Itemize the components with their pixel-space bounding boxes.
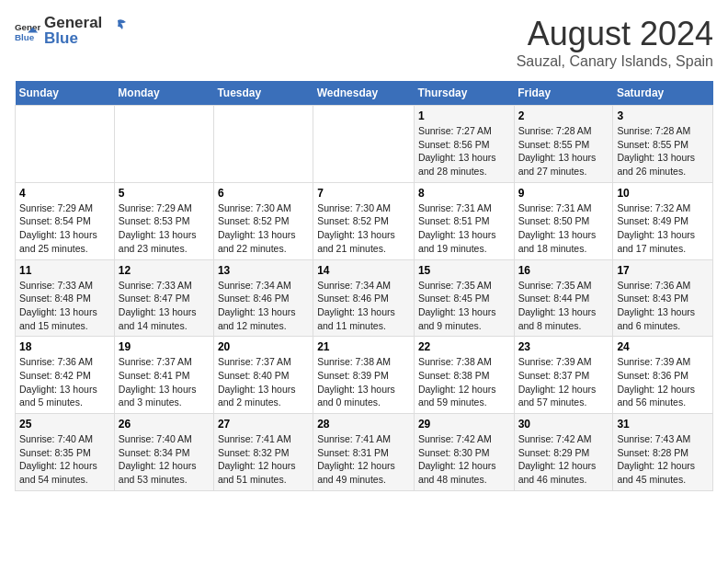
day-details: Sunrise: 7:41 AM Sunset: 8:32 PM Dayligh… [218, 432, 309, 487]
day-number: 27 [218, 418, 309, 431]
day-details: Sunrise: 7:33 AM Sunset: 8:48 PM Dayligh… [19, 279, 110, 333]
day-number: 29 [418, 418, 510, 431]
day-details: Sunrise: 7:33 AM Sunset: 8:47 PM Dayligh… [119, 279, 210, 333]
day-header-sunday: Sunday [16, 81, 115, 106]
day-number: 25 [19, 418, 110, 431]
day-number: 9 [518, 187, 609, 200]
day-details: Sunrise: 7:32 AM Sunset: 8:49 PM Dayligh… [617, 201, 709, 256]
day-details: Sunrise: 7:35 AM Sunset: 8:44 PM Dayligh… [518, 279, 609, 333]
day-details: Sunrise: 7:27 AM Sunset: 8:56 PM Dayligh… [418, 124, 510, 178]
day-details: Sunrise: 7:28 AM Sunset: 8:55 PM Dayligh… [518, 124, 609, 178]
day-number: 5 [119, 187, 210, 200]
day-details: Sunrise: 7:34 AM Sunset: 8:46 PM Dayligh… [317, 279, 410, 333]
days-of-week-row: SundayMondayTuesdayWednesdayThursdayFrid… [16, 81, 713, 106]
day-header-monday: Monday [114, 81, 213, 106]
day-details: Sunrise: 7:30 AM Sunset: 8:52 PM Dayligh… [218, 201, 309, 256]
calendar-cell: 13Sunrise: 7:34 AM Sunset: 8:46 PM Dayli… [213, 259, 313, 337]
day-number: 2 [518, 109, 609, 122]
svg-text:General: General [15, 21, 40, 31]
day-number: 12 [119, 264, 210, 277]
logo: General Blue General Blue [15, 15, 128, 47]
day-number: 3 [617, 109, 709, 122]
calendar-cell: 19Sunrise: 7:37 AM Sunset: 8:41 PM Dayli… [114, 337, 213, 414]
calendar-cell: 25Sunrise: 7:40 AM Sunset: 8:35 PM Dayli… [16, 414, 115, 491]
day-header-wednesday: Wednesday [313, 81, 415, 106]
day-number: 20 [218, 340, 309, 353]
day-header-tuesday: Tuesday [213, 81, 313, 106]
day-number: 6 [218, 187, 309, 200]
calendar-cell: 23Sunrise: 7:39 AM Sunset: 8:37 PM Dayli… [514, 337, 613, 414]
day-number: 18 [19, 340, 110, 353]
subtitle: Sauzal, Canary Islands, Spain [517, 53, 713, 70]
week-row-4: 18Sunrise: 7:36 AM Sunset: 8:42 PM Dayli… [16, 337, 713, 414]
calendar-cell: 31Sunrise: 7:43 AM Sunset: 8:28 PM Dayli… [613, 414, 713, 491]
day-number: 16 [518, 264, 609, 277]
calendar-cell: 16Sunrise: 7:35 AM Sunset: 8:44 PM Dayli… [514, 259, 613, 337]
calendar-cell: 27Sunrise: 7:41 AM Sunset: 8:32 PM Dayli… [213, 414, 313, 491]
calendar-cell: 21Sunrise: 7:38 AM Sunset: 8:39 PM Dayli… [313, 337, 415, 414]
day-details: Sunrise: 7:29 AM Sunset: 8:54 PM Dayligh… [19, 201, 110, 256]
calendar-cell: 22Sunrise: 7:38 AM Sunset: 8:38 PM Dayli… [414, 337, 514, 414]
day-details: Sunrise: 7:28 AM Sunset: 8:55 PM Dayligh… [617, 124, 709, 178]
day-details: Sunrise: 7:38 AM Sunset: 8:39 PM Dayligh… [317, 355, 410, 409]
day-number: 13 [218, 264, 309, 277]
day-number: 4 [19, 187, 110, 200]
day-number: 11 [19, 264, 110, 277]
calendar-cell: 10Sunrise: 7:32 AM Sunset: 8:49 PM Dayli… [613, 182, 713, 259]
calendar-cell: 8Sunrise: 7:31 AM Sunset: 8:51 PM Daylig… [414, 182, 514, 259]
day-number: 17 [617, 264, 709, 277]
day-number: 21 [317, 340, 410, 353]
week-row-3: 11Sunrise: 7:33 AM Sunset: 8:48 PM Dayli… [16, 259, 713, 337]
day-details: Sunrise: 7:30 AM Sunset: 8:52 PM Dayligh… [317, 201, 410, 256]
day-details: Sunrise: 7:38 AM Sunset: 8:38 PM Dayligh… [418, 355, 510, 409]
calendar-cell: 18Sunrise: 7:36 AM Sunset: 8:42 PM Dayli… [16, 337, 115, 414]
calendar-cell: 14Sunrise: 7:34 AM Sunset: 8:46 PM Dayli… [313, 259, 415, 337]
day-number: 31 [617, 418, 709, 431]
day-number: 1 [418, 109, 510, 122]
calendar-cell: 1Sunrise: 7:27 AM Sunset: 8:56 PM Daylig… [414, 106, 514, 183]
calendar-cell: 20Sunrise: 7:37 AM Sunset: 8:40 PM Dayli… [213, 337, 313, 414]
day-details: Sunrise: 7:35 AM Sunset: 8:45 PM Dayligh… [418, 279, 510, 333]
day-details: Sunrise: 7:31 AM Sunset: 8:51 PM Dayligh… [418, 201, 510, 256]
calendar-cell: 29Sunrise: 7:42 AM Sunset: 8:30 PM Dayli… [414, 414, 514, 491]
calendar-cell: 24Sunrise: 7:39 AM Sunset: 8:36 PM Dayli… [613, 337, 713, 414]
calendar-cell: 15Sunrise: 7:35 AM Sunset: 8:45 PM Dayli… [414, 259, 514, 337]
calendar-cell: 2Sunrise: 7:28 AM Sunset: 8:55 PM Daylig… [514, 106, 613, 183]
day-number: 26 [119, 418, 210, 431]
day-details: Sunrise: 7:34 AM Sunset: 8:46 PM Dayligh… [218, 279, 309, 333]
calendar-table: SundayMondayTuesdayWednesdayThursdayFrid… [15, 81, 713, 491]
week-row-1: 1Sunrise: 7:27 AM Sunset: 8:56 PM Daylig… [16, 106, 713, 183]
day-number: 15 [418, 264, 510, 277]
calendar-cell: 12Sunrise: 7:33 AM Sunset: 8:47 PM Dayli… [114, 259, 213, 337]
day-details: Sunrise: 7:39 AM Sunset: 8:37 PM Dayligh… [518, 355, 609, 409]
day-details: Sunrise: 7:37 AM Sunset: 8:40 PM Dayligh… [218, 355, 309, 409]
calendar-cell: 5Sunrise: 7:29 AM Sunset: 8:53 PM Daylig… [114, 182, 213, 259]
calendar-cell: 28Sunrise: 7:41 AM Sunset: 8:31 PM Dayli… [313, 414, 415, 491]
day-details: Sunrise: 7:39 AM Sunset: 8:36 PM Dayligh… [617, 355, 709, 409]
day-number: 10 [617, 187, 709, 200]
main-title: August 2024 [517, 15, 713, 53]
day-number: 28 [317, 418, 410, 431]
header: General Blue General Blue August 2024 Sa… [15, 15, 713, 70]
day-details: Sunrise: 7:36 AM Sunset: 8:42 PM Dayligh… [19, 355, 110, 409]
day-number: 23 [518, 340, 609, 353]
svg-text:Blue: Blue [15, 31, 35, 41]
calendar-cell: 6Sunrise: 7:30 AM Sunset: 8:52 PM Daylig… [213, 182, 313, 259]
day-details: Sunrise: 7:31 AM Sunset: 8:50 PM Dayligh… [518, 201, 609, 256]
day-details: Sunrise: 7:40 AM Sunset: 8:35 PM Dayligh… [19, 432, 110, 487]
day-header-thursday: Thursday [414, 81, 514, 106]
day-details: Sunrise: 7:43 AM Sunset: 8:28 PM Dayligh… [617, 432, 709, 487]
title-area: August 2024 Sauzal, Canary Islands, Spai… [517, 15, 713, 70]
calendar-cell: 11Sunrise: 7:33 AM Sunset: 8:48 PM Dayli… [16, 259, 115, 337]
day-number: 24 [617, 340, 709, 353]
logo-blue: Blue [44, 30, 102, 48]
day-details: Sunrise: 7:40 AM Sunset: 8:34 PM Dayligh… [119, 432, 210, 487]
calendar-cell [213, 106, 313, 183]
day-details: Sunrise: 7:36 AM Sunset: 8:43 PM Dayligh… [617, 279, 709, 333]
day-number: 7 [317, 187, 410, 200]
day-number: 14 [317, 264, 410, 277]
week-row-5: 25Sunrise: 7:40 AM Sunset: 8:35 PM Dayli… [16, 414, 713, 491]
calendar-header: SundayMondayTuesdayWednesdayThursdayFrid… [16, 81, 713, 106]
day-details: Sunrise: 7:29 AM Sunset: 8:53 PM Dayligh… [119, 201, 210, 256]
calendar-cell: 9Sunrise: 7:31 AM Sunset: 8:50 PM Daylig… [514, 182, 613, 259]
